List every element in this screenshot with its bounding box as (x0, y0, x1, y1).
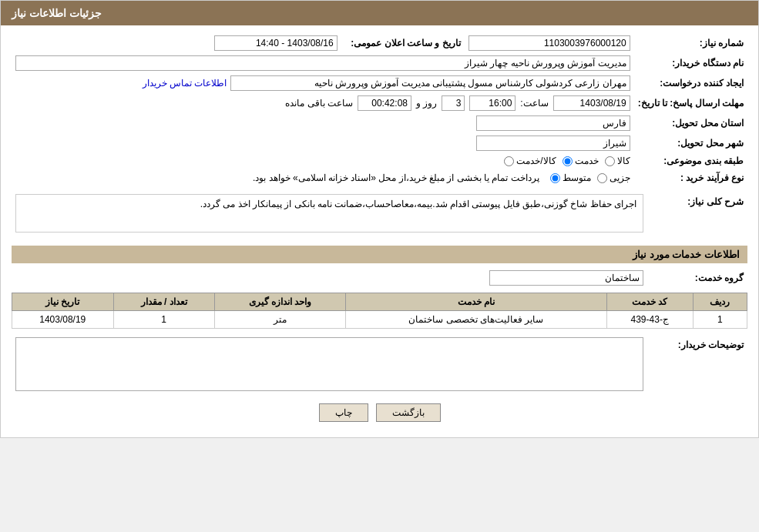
radio-motevasset-label: متوسط (563, 172, 591, 183)
page-header: جزئیات اطلاعات نیاز (1, 1, 758, 25)
shomara-niaz-input[interactable] (468, 35, 630, 51)
table-cell-naam_khadamat: سایر فعالیت‌های تخصصی ساختمان (346, 311, 606, 329)
radio-kala-khadamat-label: کالا/خدمت (516, 156, 556, 166)
tarikh-label: تاریخ و ساعت اعلان عمومی: (341, 33, 465, 53)
radio-jozi-label: جزیی (610, 172, 630, 183)
mohlat-days-label: روز و (416, 98, 437, 109)
table-row: 1ج-43-439سایر فعالیت‌های تخصصی ساختمانمت… (12, 311, 747, 329)
ijad-konande-input[interactable] (230, 75, 630, 91)
mohlat-label: مهلت ارسال پاسخ: تا تاریخ: (634, 93, 747, 113)
description-textarea[interactable] (15, 337, 643, 391)
radio-khadamat[interactable] (563, 156, 573, 166)
buttons-row: بازگشت چاپ (12, 403, 747, 422)
mohlat-date-input[interactable] (553, 95, 630, 111)
table-cell-code_khadamat: ج-43-439 (606, 311, 693, 329)
description-label: توضیحات خریدار: (647, 335, 747, 396)
back-button[interactable]: بازگشت (376, 403, 441, 422)
sharh-text: اجرای حفاظ شاخ گوزنی،طبق فایل پیوستی اقد… (200, 199, 636, 209)
radio-kala[interactable] (605, 156, 615, 166)
khidamat-section-title: اطلاعات خدمات مورد نیاز (12, 246, 747, 263)
radio-khadamat-label: خدمت (575, 156, 599, 166)
gorooh-khadamat-label: گروه خدمت: (647, 268, 747, 288)
gorooh-khadamat-input[interactable] (489, 270, 643, 286)
tabaqe-label: طبقه بندی موضوعی: (634, 153, 747, 169)
sharh-box: اجرای حفاظ شاخ گوزنی،طبق فایل پیوستی اقد… (15, 194, 643, 233)
table-cell-tarikh_niaz: 1403/08/19 (12, 311, 114, 329)
radio-jozi[interactable] (597, 173, 607, 183)
naam-dastgah-input[interactable] (15, 55, 630, 71)
ijad-konande-label: ایجاد کننده درخواست: (634, 73, 747, 93)
col-code-khadamat: کد خدمت (606, 293, 693, 311)
col-tedad: تعداد / مقدار (113, 293, 214, 311)
shahr-input[interactable] (476, 136, 630, 151)
radio-kala-khadamat[interactable] (504, 156, 514, 166)
col-naam-khadamat: نام خدمت (346, 293, 606, 311)
services-table: ردیف کد خدمت نام خدمت واحد اندازه گیری ت… (12, 293, 747, 329)
page-title: جزئیات اطلاعات نیاز (12, 7, 102, 19)
naam-dastgah-label: نام دستگاه خریدار: (634, 53, 747, 73)
table-cell-vahed: متر (214, 311, 345, 329)
col-vahed: واحد اندازه گیری (214, 293, 345, 311)
table-cell-radif: 1 (693, 311, 747, 329)
radio-motevasset[interactable] (550, 173, 560, 183)
print-button[interactable]: چاپ (319, 403, 368, 422)
mohlat-days-input[interactable] (442, 95, 465, 111)
mohlat-time-label: ساعت: (520, 98, 548, 109)
ostan-input[interactable] (476, 115, 630, 131)
navae-farayand-label: نوع فرآیند خرید : (634, 169, 747, 187)
shomara-niaz-label: شماره نیاز: (634, 33, 747, 53)
mohlat-remaining-input[interactable] (358, 95, 411, 111)
mohlat-remaining-label: ساعت باقی مانده (285, 98, 353, 109)
col-radif: ردیف (693, 293, 747, 311)
contact-info-link[interactable]: اطلاعات تماس خریدار (143, 78, 227, 89)
radio-kala-label: کالا (617, 156, 630, 166)
ostan-label: استان محل تحویل: (634, 113, 747, 133)
mohlat-time-input[interactable] (469, 95, 516, 111)
table-cell-tedad: 1 (113, 311, 214, 329)
shahr-label: شهر محل تحویل: (634, 133, 747, 153)
sharh-label: شرح کلی نیاز: (647, 192, 747, 239)
notice-text: پرداخت تمام یا بخشی از مبلغ خرید،از محل … (250, 171, 542, 185)
col-tarikh-niaz: تاریخ نیاز (12, 293, 114, 311)
tarikh-input[interactable] (214, 35, 338, 51)
